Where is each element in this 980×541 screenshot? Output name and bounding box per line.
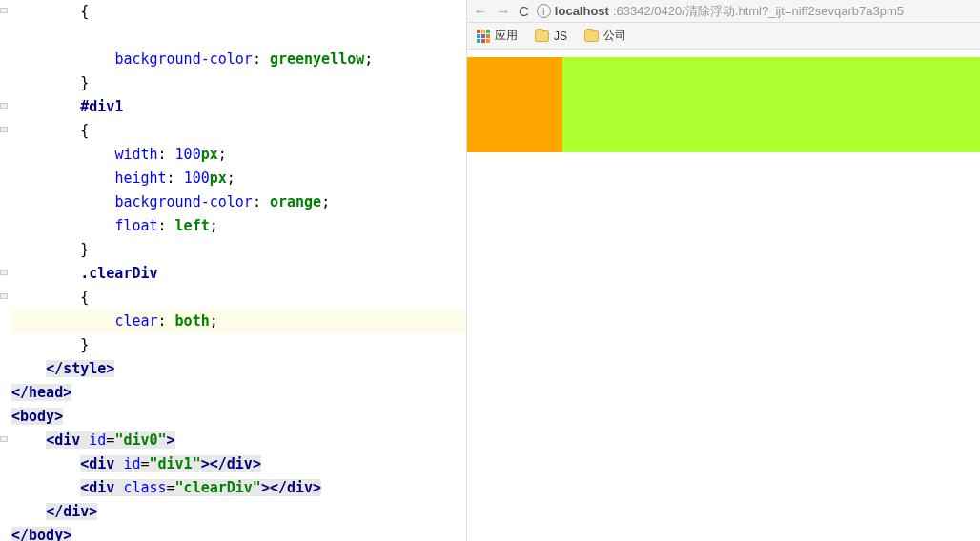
code-line[interactable]: <div id="div1"></div>	[11, 452, 466, 476]
url-bar[interactable]: i localhost :63342/0420/清除浮动.html?_ijt=n…	[537, 3, 974, 20]
code-content[interactable]: { background-color: greenyellow; } #div1…	[0, 0, 466, 541]
code-token: both	[175, 312, 210, 330]
bookmark-company-folder[interactable]: 公司	[584, 28, 626, 44]
code-token: body	[29, 527, 63, 541]
code-line[interactable]: float: left;	[11, 214, 466, 238]
code-token: </	[11, 384, 29, 401]
code-line[interactable]: {	[11, 0, 466, 24]
code-token: >	[253, 455, 261, 472]
fold-marker[interactable]	[0, 436, 8, 442]
fold-marker[interactable]	[0, 103, 8, 109]
apps-icon	[477, 30, 490, 43]
code-token: </	[46, 360, 63, 377]
code-line[interactable]: </style>	[11, 357, 466, 381]
bookmark-apps[interactable]: 应用	[477, 28, 518, 44]
code-token: px	[210, 170, 227, 187]
code-token: background-color	[114, 50, 253, 68]
code-token: >	[63, 527, 71, 541]
bookmark-label: 应用	[495, 28, 518, 44]
code-token: 100	[184, 170, 210, 187]
bookmark-label: 公司	[603, 28, 626, 44]
reload-button[interactable]: C	[519, 3, 529, 19]
code-token: "div0"	[114, 431, 166, 449]
code-token: class	[123, 479, 166, 496]
code-token: orange	[270, 193, 321, 210]
code-line[interactable]: .clearDiv	[11, 262, 466, 286]
code-line[interactable]: width: 100px;	[11, 143, 466, 167]
code-token: .clearDiv	[80, 265, 157, 282]
code-line[interactable]: {	[11, 286, 466, 310]
code-token: style	[63, 360, 106, 377]
code-line[interactable]: }	[11, 333, 466, 357]
code-editor-pane[interactable]: { background-color: greenyellow; } #div1…	[0, 0, 467, 541]
fold-marker[interactable]	[0, 270, 8, 275]
code-token: float	[114, 217, 157, 234]
code-line[interactable]: }	[11, 71, 466, 95]
code-token: div	[89, 479, 123, 496]
code-token: height	[114, 170, 166, 187]
code-token: :	[158, 217, 175, 234]
nav-back-button[interactable]: ←	[473, 3, 488, 20]
code-token: >	[63, 384, 71, 401]
code-token: {	[80, 122, 89, 139]
code-token: greenyellow	[270, 50, 364, 68]
code-token: :	[158, 312, 175, 330]
code-token: <	[11, 408, 20, 425]
code-token: >	[89, 503, 97, 520]
code-token: div	[89, 455, 123, 472]
code-line[interactable]: clear: both;	[11, 310, 466, 333]
fold-marker[interactable]	[0, 8, 8, 13]
nav-forward-button[interactable]: →	[496, 3, 511, 20]
code-token: id	[123, 455, 140, 472]
code-line[interactable]: </div>	[11, 500, 466, 524]
code-line[interactable]: background-color: orange;	[11, 190, 466, 214]
folder-icon	[535, 30, 549, 42]
fold-marker[interactable]	[0, 293, 8, 299]
code-line[interactable]	[11, 24, 466, 48]
code-token: div	[287, 479, 313, 496]
fold-marker[interactable]	[0, 127, 8, 132]
code-token: div	[54, 431, 89, 449]
main-container: { background-color: greenyellow; } #div1…	[0, 0, 980, 541]
url-info-icon[interactable]: i	[537, 4, 551, 18]
code-token: =	[140, 455, 149, 472]
code-token: "clearDiv"	[175, 479, 261, 496]
code-token: >	[106, 360, 114, 377]
code-line[interactable]: {	[11, 119, 466, 143]
code-token: :	[167, 170, 184, 187]
rendered-page	[467, 50, 980, 541]
code-token: <	[46, 431, 54, 449]
code-line[interactable]: <div id="div0">	[11, 429, 466, 452]
code-line[interactable]: height: 100px;	[11, 167, 466, 190]
code-line[interactable]: </body>	[11, 524, 466, 541]
code-token: =	[167, 479, 175, 496]
code-token: #div1	[80, 98, 123, 115]
code-line[interactable]: }	[11, 238, 466, 262]
bookmark-js-folder[interactable]: JS	[535, 30, 567, 43]
code-token: ;	[321, 193, 330, 210]
code-token: div	[63, 503, 89, 520]
code-token: ;	[218, 146, 227, 163]
code-token: ></	[261, 479, 287, 496]
code-token: 100	[175, 146, 201, 163]
code-token: {	[80, 289, 89, 306]
code-token: :	[253, 193, 270, 210]
code-token: <	[80, 479, 89, 496]
code-line[interactable]: #div1	[11, 95, 466, 119]
code-token: id	[89, 431, 106, 449]
code-token: ;	[364, 50, 373, 68]
code-token: body	[20, 408, 54, 425]
code-token: </	[11, 527, 29, 541]
url-host: localhost	[555, 4, 609, 18]
url-path: :63342/0420/清除浮动.html?_ijt=niff2sevqarb7…	[613, 3, 904, 20]
code-token: ;	[210, 312, 218, 330]
code-token: head	[29, 384, 63, 401]
code-line[interactable]: <div class="clearDiv"></div>	[11, 476, 466, 500]
code-token: background-color	[114, 193, 253, 210]
code-line[interactable]: <body>	[11, 405, 466, 429]
code-line[interactable]: </head>	[11, 381, 466, 405]
code-token: ;	[210, 217, 218, 234]
code-line[interactable]: background-color: greenyellow;	[11, 48, 466, 71]
code-token: ></	[201, 455, 227, 472]
code-token: "div1"	[150, 455, 201, 472]
